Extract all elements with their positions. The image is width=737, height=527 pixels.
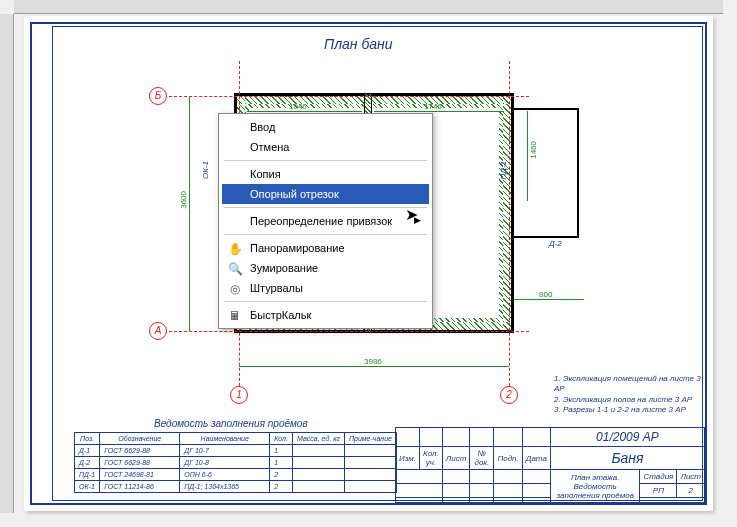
- ruler-left: [0, 14, 14, 513]
- exterior-porch: [514, 108, 579, 238]
- dim-total-text: 3986: [364, 357, 382, 366]
- menu-item-quickcalc[interactable]: 🖩БыстрКальк: [222, 305, 429, 325]
- tb-h-kol: Кол. уч.: [420, 447, 443, 470]
- note-2: 2. Экспликация полов на листе 3 АР: [554, 395, 713, 405]
- label-pd1: ПД-1: [499, 161, 508, 180]
- dim-room2-text: 1746: [424, 102, 442, 111]
- label-ok1: ОК-1: [201, 161, 210, 179]
- menu-item-zoom[interactable]: 🔍Зумирование: [222, 258, 429, 278]
- table-row: Д-1ГОСТ 6629-88ДГ 10-71: [75, 445, 397, 457]
- menu-item-copy[interactable]: Копия: [222, 164, 429, 184]
- tb-h-doc: № док.: [470, 447, 494, 470]
- th-qty: Кол.: [270, 433, 293, 445]
- th-name: Наименование: [180, 433, 270, 445]
- project-number: 01/2009 АР: [550, 428, 704, 447]
- menu-item-enter[interactable]: Ввод: [222, 117, 429, 137]
- tb-stage-h: Стадия: [640, 470, 677, 484]
- menu-separator: [224, 301, 427, 302]
- wheel-icon: ◎: [226, 280, 244, 298]
- tb-h-date: Дата: [522, 447, 550, 470]
- table-header-row: Поз. Обозначение Наименование Кол. Масса…: [75, 433, 397, 445]
- menu-item-reference-segment[interactable]: Опорный отрезок: [222, 184, 429, 204]
- table-row: ОК-1ГОСТ 11214-86ПД-1; 1364х13652: [75, 481, 397, 493]
- drawing-canvas[interactable]: План бани Б А 1 2 1946 1746 3986 36: [0, 0, 737, 527]
- axis-bubble-2: 2: [500, 386, 518, 404]
- th-desig: Обозначение: [100, 433, 180, 445]
- context-menu: Ввод Отмена Копия Опорный отрезок Переоп…: [218, 113, 433, 329]
- tb-h-list: Лист: [442, 447, 470, 470]
- dim-room1: [247, 111, 362, 112]
- ruler-top: [14, 0, 723, 14]
- note-3: 3. Разрезы 1-1 и 2-2 на листе 3 АР: [554, 405, 713, 415]
- label-d2: Д-2: [549, 239, 562, 248]
- dim-ext-text: 800: [539, 290, 552, 299]
- menu-separator: [224, 160, 427, 161]
- zoom-icon: 🔍: [226, 260, 244, 278]
- dim-room1-text: 1946: [289, 102, 307, 111]
- plan-title: План бани: [324, 36, 393, 52]
- axis-2-line: [509, 61, 510, 401]
- cursor-icon: ➤: [405, 205, 418, 224]
- axis-bubble-1: 1: [230, 386, 248, 404]
- menu-item-steering-wheels[interactable]: ◎Штурвалы: [222, 278, 429, 298]
- plan-notes: 1. Экспликация помещений на листе 3 АР 2…: [554, 374, 713, 416]
- project-name: Баня: [550, 447, 704, 470]
- tb-h-izm: Изм.: [396, 447, 420, 470]
- dim-height: [189, 96, 190, 331]
- dim-total: [239, 366, 509, 367]
- tb-h-sign: Подп.: [494, 447, 522, 470]
- dim-height-text: 3600: [179, 191, 188, 209]
- axis-a-line: [169, 331, 529, 332]
- tb-sheet-h: Лист: [677, 470, 705, 484]
- pan-icon: ✋: [226, 240, 244, 258]
- menu-separator: [224, 207, 427, 208]
- tb-sheet: 2: [677, 484, 705, 498]
- dim-ext: [514, 299, 584, 300]
- axis-bubble-b: Б: [149, 87, 167, 105]
- fill-table: Поз. Обозначение Наименование Кол. Масса…: [74, 432, 397, 493]
- calculator-icon: 🖩: [226, 307, 244, 325]
- axis-bubble-a: А: [149, 322, 167, 340]
- table-row: ПД-1ГОСТ 24698-81ОПН 6-62: [75, 469, 397, 481]
- menu-item-cancel[interactable]: Отмена: [222, 137, 429, 157]
- axis-b-line: [169, 96, 529, 97]
- table-row: Д-2ГОСТ 6629-88ДГ 10-81: [75, 457, 397, 469]
- menu-item-osnap-override[interactable]: Переопределение привязок▶: [222, 211, 429, 231]
- title-block: 01/2009 АР Баня Изм. Кол. уч. Лист № док…: [395, 427, 705, 503]
- th-mass: Масса, ед. кг: [293, 433, 345, 445]
- th-note: Приме-чание: [344, 433, 396, 445]
- fill-table-title: Ведомость заполнения проёмов: [154, 418, 308, 429]
- tb-stage: РП: [640, 484, 677, 498]
- sheet-description: План этажа. Ведомость заполнения проёмов: [550, 470, 640, 503]
- note-1: 1. Экспликация помещений на листе 3 АР: [554, 374, 713, 395]
- dim-room2: [374, 111, 504, 112]
- menu-item-pan[interactable]: ✋Панорамирование: [222, 238, 429, 258]
- th-pos: Поз.: [75, 433, 100, 445]
- menu-separator: [224, 234, 427, 235]
